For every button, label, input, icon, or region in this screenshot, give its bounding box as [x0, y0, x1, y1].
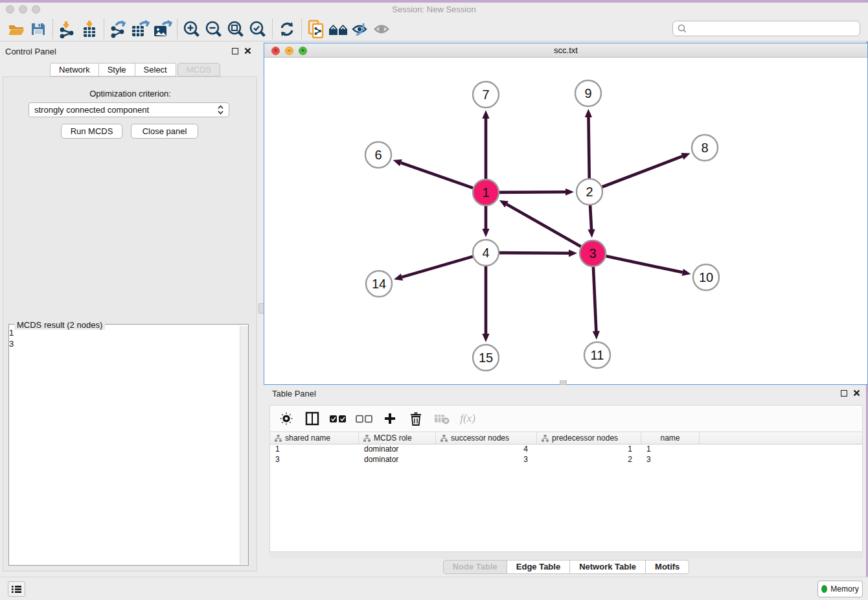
edge-1-7[interactable] — [482, 110, 489, 179]
export-network-icon[interactable] — [108, 19, 130, 39]
tab-style[interactable]: Style — [99, 63, 135, 76]
vertical-splitter-handle[interactable] — [258, 303, 264, 314]
graph-node-10[interactable]: 10 — [693, 264, 719, 290]
export-table-icon[interactable] — [130, 19, 152, 39]
network-window-titlebar[interactable]: scc.txt ✕ − + — [264, 43, 867, 58]
tab-motifs[interactable]: Motifs — [646, 560, 689, 574]
column-header-successor-nodes[interactable]: successor nodes — [436, 432, 537, 444]
open-file-icon[interactable] — [5, 19, 27, 39]
edge-2-9[interactable] — [585, 109, 592, 178]
column-header-shared-name[interactable]: shared name — [270, 432, 359, 444]
tab-network-table[interactable]: Network Table — [570, 560, 646, 574]
refresh-icon[interactable] — [276, 19, 298, 39]
close-panel-icon[interactable] — [244, 47, 251, 54]
edge-1-2[interactable] — [499, 189, 574, 196]
column-header-predecessor-nodes[interactable]: predecessor nodes — [537, 432, 641, 444]
network-minimize-button[interactable]: − — [285, 47, 293, 55]
close-window-button[interactable] — [6, 5, 14, 14]
table-panel-window-buttons — [841, 389, 860, 397]
table-cell[interactable]: dominator — [359, 444, 436, 455]
clone-network-icon[interactable] — [305, 19, 327, 39]
show-all-icon[interactable] — [371, 19, 393, 39]
tab-edge-table[interactable]: Edge Table — [507, 560, 570, 574]
mcds-result-box[interactable] — [8, 324, 249, 566]
graph-node-11[interactable]: 11 — [584, 342, 610, 368]
edge-3-10[interactable] — [606, 256, 691, 275]
graph-node-4[interactable]: 4 — [473, 240, 499, 266]
table-cell[interactable]: 3 — [436, 455, 537, 465]
edge-2-8[interactable] — [602, 153, 691, 187]
graph-node-1[interactable]: 1 — [473, 179, 499, 205]
graph-node-2[interactable]: 2 — [577, 179, 602, 205]
table-cell[interactable]: 1 — [641, 444, 700, 455]
table-cell[interactable]: 4 — [436, 444, 537, 455]
float-table-panel-icon[interactable] — [841, 390, 847, 397]
table-row[interactable]: 1dominator411 — [270, 444, 862, 455]
table-cell[interactable]: 3 — [270, 455, 359, 465]
edge-4-14[interactable] — [394, 257, 473, 281]
edge-1-4[interactable] — [482, 206, 489, 237]
result-scrollbar[interactable] — [240, 326, 248, 564]
import-table-icon[interactable] — [78, 19, 100, 39]
edge-3-1[interactable] — [499, 200, 581, 247]
deselect-checkboxes-icon[interactable] — [356, 410, 372, 427]
column-layout-icon[interactable] — [304, 410, 321, 427]
zoom-in-icon[interactable] — [181, 19, 203, 39]
graph-node-14[interactable]: 14 — [366, 271, 392, 297]
graph-node-8[interactable]: 8 — [692, 135, 718, 161]
network-close-button[interactable]: ✕ — [271, 47, 280, 55]
add-column-icon[interactable] — [382, 410, 398, 427]
tab-mcds[interactable]: MCDS — [177, 63, 220, 76]
column-header-name[interactable]: name — [641, 432, 700, 444]
network-maximize-button[interactable]: + — [299, 47, 307, 55]
svg-text:14: 14 — [372, 277, 386, 291]
edge-4-15[interactable] — [482, 266, 489, 342]
graph-node-15[interactable]: 15 — [473, 345, 499, 371]
float-panel-icon[interactable] — [232, 48, 238, 54]
graph-node-3[interactable]: 3 — [580, 240, 606, 266]
main-window-controls[interactable] — [6, 5, 40, 14]
settings-gear-icon[interactable] — [278, 410, 295, 427]
tab-node-table[interactable]: Node Table — [443, 560, 507, 574]
search-input[interactable] — [687, 22, 860, 35]
graph-node-7[interactable]: 7 — [473, 82, 499, 108]
zoom-selected-icon[interactable] — [247, 19, 269, 39]
close-panel-button[interactable]: Close panel — [131, 124, 198, 139]
svg-text:9: 9 — [584, 86, 591, 100]
run-mcds-button[interactable]: Run MCDS — [61, 124, 122, 139]
graph-node-6[interactable]: 6 — [365, 142, 391, 168]
tab-select[interactable]: Select — [135, 63, 176, 76]
first-neighbors-icon[interactable] — [327, 19, 349, 39]
table-cell[interactable]: 2 — [537, 455, 641, 465]
zoom-out-icon[interactable] — [203, 19, 225, 39]
column-header-MCDS-role[interactable]: MCDS role — [359, 432, 436, 444]
graph-node-9[interactable]: 9 — [575, 80, 601, 106]
edge-3-11[interactable] — [593, 267, 600, 340]
close-table-panel-icon[interactable] — [853, 389, 860, 397]
memory-button[interactable]: Memory — [817, 581, 863, 597]
select-all-checkboxes-icon[interactable] — [330, 410, 347, 427]
table-cell[interactable]: 1 — [537, 444, 641, 455]
table-cell[interactable]: 3 — [641, 455, 700, 465]
zoom-fit-icon[interactable] — [225, 19, 247, 39]
mcds-result-values: 1 3 — [9, 327, 239, 349]
search-field[interactable] — [672, 21, 860, 36]
delete-column-icon[interactable] — [407, 410, 424, 427]
minimize-window-button[interactable] — [19, 5, 27, 14]
export-image-icon[interactable] — [152, 19, 174, 39]
table-row[interactable]: 3dominator323 — [270, 455, 862, 465]
maximize-window-button[interactable] — [32, 5, 40, 14]
task-history-button[interactable] — [8, 581, 25, 597]
import-network-icon[interactable] — [56, 19, 78, 39]
edge-4-3[interactable] — [499, 249, 577, 257]
table-cell[interactable]: dominator — [359, 455, 436, 465]
optimization-criterion-dropdown[interactable]: strongly connected component — [29, 102, 229, 117]
tab-network[interactable]: Network — [50, 63, 99, 76]
table-cell[interactable]: 1 — [270, 444, 359, 455]
network-graph-canvas[interactable]: 7968124314101511 — [264, 58, 866, 384]
edge-2-3[interactable] — [588, 205, 595, 238]
hide-selected-icon[interactable] — [349, 19, 371, 39]
save-session-icon[interactable] — [27, 19, 49, 39]
edge-1-6[interactable] — [393, 159, 474, 188]
horizontal-splitter-handle[interactable] — [560, 380, 567, 385]
